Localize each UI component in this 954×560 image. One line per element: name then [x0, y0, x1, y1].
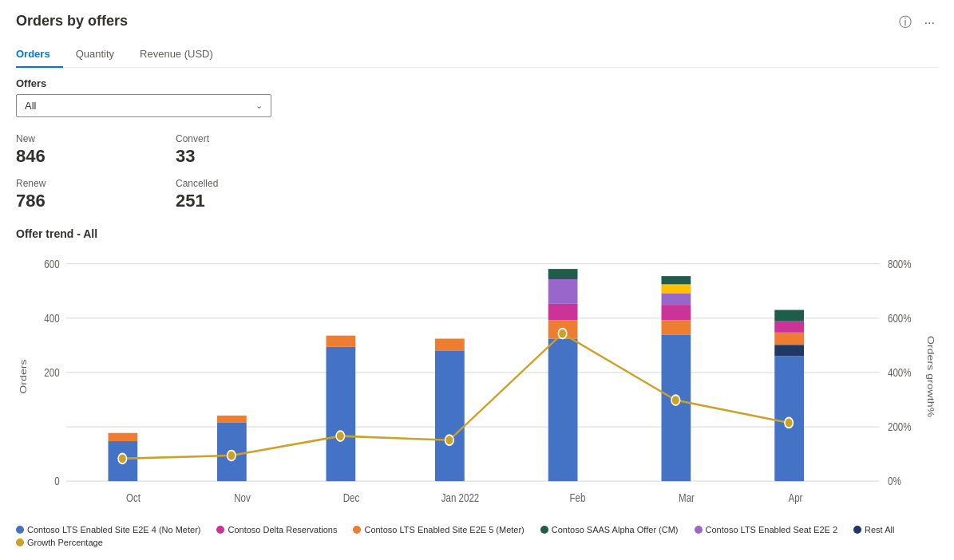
chart-legend: Contoso LTS Enabled Site E2E 4 (No Meter…: [16, 525, 938, 547]
svg-rect-29: [435, 351, 465, 481]
svg-rect-46: [774, 310, 804, 321]
svg-text:200%: 200%: [888, 420, 912, 433]
svg-text:Nov: Nov: [234, 491, 251, 504]
dropdown-value: All: [25, 100, 36, 112]
svg-rect-45: [774, 321, 804, 333]
tab-orders[interactable]: Orders: [16, 41, 63, 68]
svg-rect-39: [662, 294, 691, 305]
header-row: Orders by offers ⓘ ···: [16, 13, 938, 33]
svg-text:600%: 600%: [888, 312, 912, 325]
chart-area: 600 400 200 0 800% 600% 400% 200% 0% Ord…: [16, 243, 938, 520]
metric-new: New 846: [16, 130, 176, 175]
svg-text:600: 600: [44, 258, 59, 270]
svg-text:Feb: Feb: [570, 491, 586, 504]
legend-dot-growth: [16, 538, 24, 546]
svg-point-51: [558, 329, 567, 339]
tab-quantity[interactable]: Quantity: [76, 41, 127, 68]
svg-rect-28: [327, 336, 356, 347]
metric-new-value: 846: [16, 146, 176, 167]
tabs-bar: Orders Quantity Revenue (USD): [16, 41, 938, 68]
svg-rect-40: [662, 284, 691, 294]
svg-text:200: 200: [44, 366, 59, 379]
legend-growth: Growth Percentage: [16, 538, 103, 547]
metric-new-label: New: [16, 133, 176, 144]
svg-text:800%: 800%: [888, 258, 912, 270]
legend-label-delta: Contoso Delta Reservations: [228, 525, 337, 534]
svg-point-49: [336, 431, 345, 441]
legend-dot-rest: [853, 526, 861, 534]
svg-rect-33: [548, 304, 578, 321]
legend-label-rest: Rest All: [865, 525, 894, 534]
metric-convert-label: Convert: [176, 133, 335, 144]
legend-label-e2e5: Contoso LTS Enabled Site E2E 5 (Meter): [364, 525, 524, 534]
metric-cancelled: Cancelled 251: [176, 175, 335, 219]
legend-contoso-lts-e2e5: Contoso LTS Enabled Site E2E 5 (Meter): [353, 525, 524, 534]
legend-contoso-lts-e2e4: Contoso LTS Enabled Site E2E 4 (No Meter…: [16, 525, 200, 534]
chart-svg: 600 400 200 0 800% 600% 400% 200% 0% Ord…: [16, 243, 938, 520]
svg-rect-30: [435, 339, 465, 351]
metric-cancelled-value: 251: [176, 191, 335, 211]
svg-rect-41: [662, 276, 691, 284]
page-title: Orders by offers: [16, 13, 128, 30]
svg-text:Orders: Orders: [18, 359, 28, 393]
offers-dropdown[interactable]: All ⌄: [16, 94, 271, 117]
header-icons: ⓘ ···: [896, 13, 938, 33]
offers-label: Offers: [16, 77, 938, 89]
legend-dot-saas: [540, 526, 548, 534]
svg-point-48: [228, 451, 236, 461]
svg-rect-43: [774, 345, 804, 356]
main-container: Orders by offers ⓘ ··· Orders Quantity R…: [0, 0, 954, 560]
legend-seat-e2e2: Contoso LTS Enabled Seat E2E 2: [695, 525, 838, 534]
svg-rect-24: [109, 433, 138, 441]
svg-text:Orders growth%: Orders growth%: [926, 336, 936, 417]
chevron-down-icon: ⌄: [255, 101, 263, 111]
metric-convert: Convert 33: [176, 130, 335, 175]
chart-title: Offer trend - All: [16, 227, 938, 240]
legend-rest-all: Rest All: [853, 525, 894, 534]
svg-rect-34: [548, 279, 578, 304]
svg-rect-26: [217, 416, 247, 423]
svg-rect-31: [548, 339, 578, 482]
legend-delta-reservations: Contoso Delta Reservations: [216, 525, 337, 534]
svg-text:Jan 2022: Jan 2022: [441, 491, 479, 504]
svg-text:Mar: Mar: [679, 491, 695, 504]
legend-label-saas: Contoso SAAS Alpha Offer (CM): [552, 525, 679, 534]
svg-text:400: 400: [44, 312, 59, 325]
legend-saas-alpha: Contoso SAAS Alpha Offer (CM): [540, 525, 679, 534]
svg-rect-27: [327, 347, 356, 481]
legend-dot-delta: [216, 526, 224, 534]
svg-text:Dec: Dec: [343, 491, 360, 504]
more-options-button[interactable]: ···: [921, 14, 938, 32]
svg-point-52: [671, 395, 680, 405]
svg-rect-37: [662, 320, 691, 334]
tab-revenue[interactable]: Revenue (USD): [140, 41, 226, 68]
metrics-grid: New 846 Convert 33 Renew 786 Cancelled 2…: [16, 130, 335, 219]
svg-text:0%: 0%: [888, 475, 901, 487]
legend-dot-seat: [695, 526, 703, 534]
svg-text:Oct: Oct: [126, 491, 141, 504]
svg-text:0: 0: [54, 475, 59, 487]
svg-rect-44: [774, 333, 804, 345]
metric-renew-value: 786: [16, 191, 176, 211]
svg-point-47: [118, 453, 127, 463]
svg-point-50: [445, 435, 454, 445]
legend-dot-e2e5: [353, 526, 361, 534]
metric-cancelled-label: Cancelled: [176, 178, 335, 189]
svg-text:400%: 400%: [888, 366, 912, 379]
info-button[interactable]: ⓘ: [896, 13, 915, 33]
legend-label-seat: Contoso LTS Enabled Seat E2E 2: [706, 525, 838, 534]
svg-rect-38: [662, 305, 691, 320]
legend-label-growth: Growth Percentage: [27, 538, 103, 547]
legend-dot-e2e4: [16, 526, 24, 534]
legend-label-e2e4: Contoso LTS Enabled Site E2E 4 (No Meter…: [27, 525, 200, 534]
metric-renew-label: Renew: [16, 178, 176, 189]
svg-point-53: [785, 417, 794, 428]
chart-section: Offer trend - All 600 400 200 0 800% 600…: [16, 227, 938, 547]
svg-rect-36: [662, 334, 691, 481]
svg-text:Apr: Apr: [789, 491, 804, 504]
metric-renew: Renew 786: [16, 175, 176, 219]
metric-convert-value: 33: [176, 146, 335, 167]
svg-rect-35: [548, 269, 578, 279]
